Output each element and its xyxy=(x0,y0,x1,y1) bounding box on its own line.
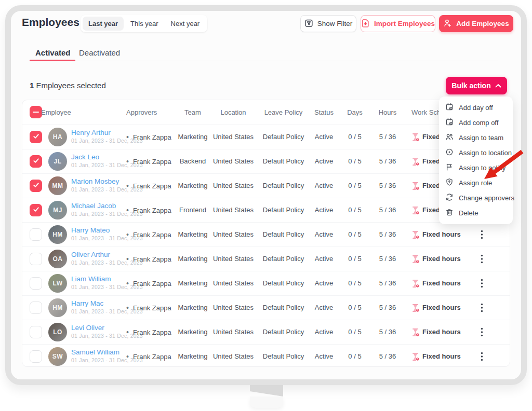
team-cell: Marketing xyxy=(172,174,214,198)
approver-name: Frank Zappa xyxy=(133,304,171,312)
avatar: LW xyxy=(48,274,67,293)
employee-name-link[interactable]: Michael Jacob xyxy=(71,202,116,210)
leave-policy-cell: Default Policy xyxy=(259,125,308,149)
table-row: JLJack Leo01 Jan, 2023 - 31 Dec, 2023•Fr… xyxy=(22,149,510,174)
hourglass-icon xyxy=(411,182,420,193)
row-menu-button[interactable] xyxy=(475,277,488,290)
show-filter-button[interactable]: Show Filter xyxy=(300,15,356,32)
leave-policy-cell: Default Policy xyxy=(259,320,308,344)
row-checkbox[interactable] xyxy=(30,228,42,241)
row-checkbox[interactable] xyxy=(30,180,42,192)
approver-name: Frank Zappa xyxy=(133,207,171,214)
bullet-icon: • xyxy=(126,279,129,287)
import-employees-label: Import Employees xyxy=(374,20,435,28)
bullet-icon: • xyxy=(126,206,129,214)
employee-name-link[interactable]: Harry Mateo xyxy=(71,226,110,234)
row-checkbox[interactable] xyxy=(30,204,42,216)
location-cell: United States xyxy=(210,125,257,149)
employee-name-link[interactable]: Marion Mosbey xyxy=(71,177,119,185)
menu-item-assign-to-policy[interactable]: Assign to policy xyxy=(439,160,513,175)
menu-item-add-comp-off[interactable]: Add comp off xyxy=(439,115,513,130)
avatar: OA xyxy=(48,250,67,268)
employee-name-link[interactable]: Jack Leo xyxy=(71,153,99,161)
team-cell: Marketing xyxy=(172,247,214,271)
row-checkbox[interactable] xyxy=(30,253,42,265)
column-header-days: Days xyxy=(339,100,370,125)
table-row: HMHarry Mac01 Jan, 2023 - 31 Dec, 2023•F… xyxy=(22,296,510,320)
add-employees-label: Add Employees xyxy=(456,20,509,28)
days-cell: 0 / 5 xyxy=(339,149,370,173)
employee-name-link[interactable]: Samuel William xyxy=(71,348,119,356)
period-tab-next-year[interactable]: Next year xyxy=(165,17,206,31)
days-cell: 0 / 5 xyxy=(339,125,370,149)
approver-cell: •Frank Zappa xyxy=(126,223,171,247)
days-cell: 0 / 5 xyxy=(339,345,370,368)
employee-name-link[interactable]: Henry Arthur xyxy=(71,129,111,136)
team-icon xyxy=(445,133,454,143)
menu-item-label: Add comp off xyxy=(459,119,498,127)
row-checkbox[interactable] xyxy=(30,302,42,314)
stand-bottom xyxy=(250,396,283,408)
employee-name-link[interactable]: Harry Mac xyxy=(71,299,103,307)
bullet-icon: • xyxy=(126,328,129,336)
calendar-comp-off-icon xyxy=(445,118,454,128)
menu-item-assign-to-team[interactable]: Assign to team xyxy=(439,130,513,145)
days-cell: 0 / 5 xyxy=(339,320,370,344)
table-row: HMHarry Mateo01 Jan, 2023 - 31 Dec, 2023… xyxy=(22,223,510,247)
stand-top xyxy=(250,385,283,396)
row-checkbox[interactable] xyxy=(30,326,42,338)
app-window: Employees Last yearThis yearNext year Sh… xyxy=(5,5,527,385)
calendar-day-off-icon xyxy=(445,103,454,113)
check-icon xyxy=(33,157,39,166)
page-title: Employees xyxy=(22,16,79,29)
bulk-action-button[interactable]: Bulk action xyxy=(446,77,507,94)
row-menu-button[interactable] xyxy=(475,326,488,338)
menu-item-assign-role[interactable]: Assign role xyxy=(439,175,513,190)
period-tab-last-year[interactable]: Last year xyxy=(83,17,124,31)
row-menu-button[interactable] xyxy=(475,350,488,363)
select-all-checkbox[interactable] xyxy=(30,106,42,118)
menu-item-add-day-off[interactable]: Add day off xyxy=(439,100,513,115)
bulk-action-label: Bulk action xyxy=(451,81,490,90)
menu-item-change-approvers[interactable]: Change approvers xyxy=(439,190,513,206)
employee-name-link[interactable]: Liam William xyxy=(71,275,111,283)
work-schedule-cell: Fixed hours xyxy=(422,223,461,246)
table-row: LWLiam William01 Jan, 2023 - 31 Dec, 202… xyxy=(22,271,510,296)
table-header-row: EmployeeApproversTeamLocationLeave Polic… xyxy=(22,100,510,125)
tab-activated[interactable]: Activated xyxy=(35,48,71,57)
import-employees-button[interactable]: Import Employees xyxy=(361,15,435,32)
leave-policy-cell: Default Policy xyxy=(259,174,308,198)
approver-cell: •Frank Zappa xyxy=(126,320,171,345)
employee-name-link[interactable]: Levi Oliver xyxy=(71,324,104,332)
status-cell: Active xyxy=(307,223,341,246)
team-cell: Marketing xyxy=(172,296,214,320)
menu-item-assign-to-location[interactable]: Assign to location xyxy=(439,145,513,160)
avatar: MM xyxy=(48,176,67,195)
person-add-icon xyxy=(443,19,452,29)
days-cell: 0 / 5 xyxy=(339,296,370,320)
table-row: LOLevi Oliver01 Jan, 2023 - 31 Dec, 2023… xyxy=(22,320,510,345)
row-checkbox[interactable] xyxy=(30,277,42,290)
row-menu-button[interactable] xyxy=(475,302,488,314)
leave-policy-cell: Default Policy xyxy=(259,149,308,173)
team-cell: Backend xyxy=(172,149,214,173)
row-menu-button[interactable] xyxy=(475,253,488,265)
work-schedule-cell: Fixed hours xyxy=(422,247,461,271)
add-employees-button[interactable]: Add Employees xyxy=(439,15,513,32)
table-row: MJMichael Jacob01 Jan, 2023 - 31 Dec, 20… xyxy=(22,198,510,223)
days-cell: 0 / 5 xyxy=(339,271,370,295)
period-tab-this-year[interactable]: This year xyxy=(125,17,164,31)
row-menu-button[interactable] xyxy=(475,228,488,241)
row-checkbox[interactable] xyxy=(30,350,42,363)
hours-cell: 5 / 36 xyxy=(371,198,404,222)
status-cell: Active xyxy=(307,296,341,320)
row-checkbox[interactable] xyxy=(30,131,42,143)
employees-table: EmployeeApproversTeamLocationLeave Polic… xyxy=(22,100,510,367)
menu-item-delete[interactable]: Delete xyxy=(439,206,513,221)
row-checkbox[interactable] xyxy=(30,155,42,168)
leave-policy-cell: Default Policy xyxy=(259,223,308,246)
tab-deactivated[interactable]: Deactivated xyxy=(79,48,120,57)
approver-name: Frank Zappa xyxy=(133,328,171,336)
employee-name-link[interactable]: Oliver Arthur xyxy=(71,251,110,258)
selection-count-text: 1 Employees selected xyxy=(30,81,106,90)
